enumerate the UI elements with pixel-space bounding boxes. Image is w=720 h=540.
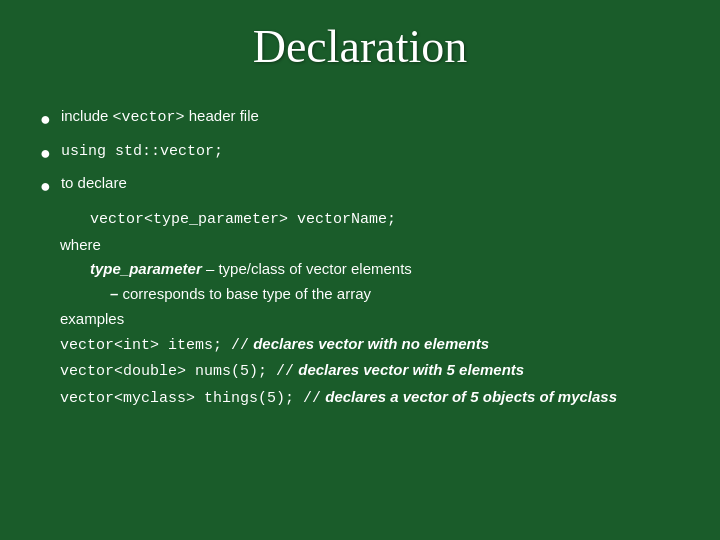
bullet2-text: using std::vector;: [61, 137, 223, 165]
slide-title: Declaration: [40, 20, 680, 73]
example2-comment: declares vector with 5 elements: [294, 361, 524, 378]
example3-comment: declares a vector of 5 objects of myclas…: [321, 388, 617, 405]
list-item: ● include <vector> header file: [40, 103, 680, 135]
example2-code: vector<double> nums(5); //: [60, 363, 294, 380]
corresponds-text: corresponds to base type of the array: [118, 285, 371, 302]
declare-line1: vector<type_parameter> vectorName;: [90, 206, 680, 233]
declare-block: vector<type_parameter> vectorName; where…: [60, 206, 680, 412]
type-param-line: type_parameter – type/class of vector el…: [90, 257, 680, 282]
bullet-icon: ●: [40, 171, 51, 202]
list-item: ● to declare: [40, 170, 680, 202]
examples-label: examples: [60, 307, 680, 332]
declare-code1: vector<type_parameter>: [90, 211, 288, 228]
bullet3-normal: to declare: [61, 174, 127, 191]
list-item: ● using std::vector;: [40, 137, 680, 169]
example1-line: vector<int> items; // declares vector wi…: [60, 332, 680, 359]
where-text: where: [60, 236, 101, 253]
bullet1-suffix: header file: [185, 107, 259, 124]
where-line: where: [60, 233, 680, 258]
slide-content: ● include <vector> header file ● using s…: [40, 103, 680, 412]
corresponds-line: – corresponds to base type of the array: [110, 282, 680, 307]
example1-comment: declares vector with no elements: [249, 335, 489, 352]
bullet3-text: to declare: [61, 170, 127, 196]
bullet1-code: <vector>: [113, 109, 185, 126]
type-param-suffix: – type/class of vector elements: [202, 260, 412, 277]
example3-line: vector<myclass> things(5); // declares a…: [60, 385, 680, 412]
examples-text: examples: [60, 310, 124, 327]
declare-code2: vectorName;: [288, 211, 396, 228]
bullet2-code: using std::vector;: [61, 143, 223, 160]
bullet1-include: include: [61, 107, 113, 124]
slide: Declaration ● include <vector> header fi…: [0, 0, 720, 540]
bullet-list: ● include <vector> header file ● using s…: [40, 103, 680, 202]
example3-code: vector<myclass> things(5); //: [60, 390, 321, 407]
bullet-icon: ●: [40, 138, 51, 169]
example2-line: vector<double> nums(5); // declares vect…: [60, 358, 680, 385]
type-param-bold: type_parameter: [90, 260, 202, 277]
example1-code: vector<int> items; //: [60, 337, 249, 354]
bullet-icon: ●: [40, 104, 51, 135]
bullet1-text: include <vector> header file: [61, 103, 259, 131]
